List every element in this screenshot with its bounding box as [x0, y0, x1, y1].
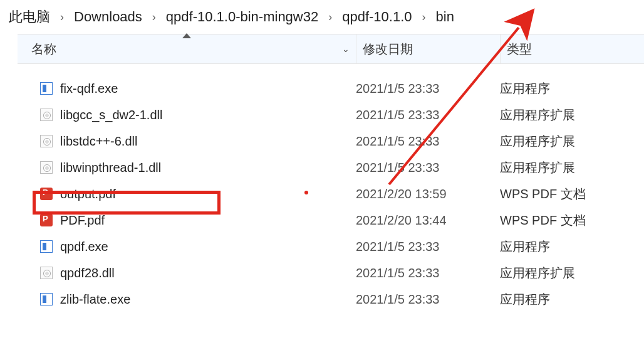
column-header-row: 名称 ⌄ 修改日期 类型 — [18, 34, 644, 64]
file-name-cell: output.pdf — [18, 187, 356, 201]
dll-icon — [40, 267, 53, 279]
file-date-cell: 2021/1/5 23:33 — [356, 82, 500, 96]
column-type-label: 类型 — [507, 41, 532, 58]
file-name-label: libwinpthread-1.dll — [60, 161, 161, 175]
file-name-cell: libgcc_s_dw2-1.dll — [18, 108, 356, 122]
dll-icon — [40, 161, 53, 174]
file-row[interactable]: qpdf28.dll2021/1/5 23:33应用程序扩展 — [18, 260, 644, 286]
file-row[interactable]: fix-qdf.exe2021/1/5 23:33应用程序 — [18, 75, 644, 102]
crumb-bin[interactable]: bin — [432, 8, 458, 26]
dll-icon — [40, 135, 53, 147]
exe-icon — [40, 82, 53, 95]
crumb-downloads[interactable]: Downloads — [70, 8, 146, 26]
dll-icon — [40, 109, 53, 121]
file-name-cell: fix-qdf.exe — [18, 82, 356, 96]
column-date-label: 修改日期 — [363, 41, 413, 58]
crumb-this-pc[interactable]: 此电脑 — [5, 6, 54, 28]
file-name-cell: libstdc++-6.dll — [18, 134, 356, 149]
chevron-right-icon: › — [150, 11, 158, 24]
pdf-icon — [40, 188, 53, 200]
file-name-label: PDF.pdf — [60, 213, 105, 228]
file-name-cell: qpdf28.dll — [18, 266, 356, 280]
file-name-cell: qpdf.exe — [18, 240, 356, 254]
file-type-cell: WPS PDF 文档 — [500, 186, 644, 203]
file-name-label: output.pdf — [60, 187, 116, 201]
crumb-qpdf-bin[interactable]: qpdf-10.1.0-bin-mingw32 — [162, 8, 322, 26]
file-name-label: libstdc++-6.dll — [60, 134, 137, 149]
crumb-qpdf[interactable]: qpdf-10.1.0 — [338, 8, 415, 26]
file-list: fix-qdf.exe2021/1/5 23:33应用程序libgcc_s_dw… — [18, 64, 644, 312]
exe-icon — [40, 240, 53, 253]
exe-icon — [40, 293, 53, 305]
file-date-cell: 2021/1/5 23:33 — [356, 292, 500, 307]
sort-ascending-icon — [182, 33, 191, 38]
pdf-icon — [40, 214, 53, 226]
file-type-cell: 应用程序扩展 — [500, 107, 644, 124]
file-name-label: qpdf.exe — [60, 240, 108, 254]
file-row[interactable]: zlib-flate.exe2021/1/5 23:33应用程序 — [18, 286, 644, 312]
breadcrumb: 此电脑 › Downloads › qpdf-10.1.0-bin-mingw3… — [0, 0, 644, 34]
file-type-cell: 应用程序 — [500, 80, 644, 97]
file-date-cell: 2021/2/20 13:59 — [356, 187, 500, 201]
file-name-label: libgcc_s_dw2-1.dll — [60, 108, 162, 122]
file-type-cell: 应用程序 — [500, 291, 644, 308]
file-name-cell: PDF.pdf — [18, 213, 356, 228]
file-row[interactable]: output.pdf2021/2/20 13:59WPS PDF 文档 — [18, 181, 644, 207]
file-date-cell: 2021/1/5 23:33 — [356, 161, 500, 175]
file-row[interactable]: libwinpthread-1.dll2021/1/5 23:33应用程序扩展 — [18, 154, 644, 181]
chevron-down-icon[interactable]: ⌄ — [342, 44, 350, 54]
file-name-cell: libwinpthread-1.dll — [18, 161, 356, 175]
file-type-cell: 应用程序扩展 — [500, 265, 644, 282]
file-row[interactable]: qpdf.exe2021/1/5 23:33应用程序 — [18, 233, 644, 260]
column-header-type[interactable]: 类型 — [500, 35, 644, 63]
file-name-label: qpdf28.dll — [60, 266, 115, 280]
file-date-cell: 2021/1/5 23:33 — [356, 108, 500, 122]
file-row[interactable]: PDF.pdf2021/2/20 13:44WPS PDF 文档 — [18, 207, 644, 233]
file-date-cell: 2021/1/5 23:33 — [356, 266, 500, 280]
file-type-cell: 应用程序扩展 — [500, 159, 644, 176]
file-date-cell: 2021/1/5 23:33 — [356, 240, 500, 254]
file-name-label: zlib-flate.exe — [60, 292, 130, 307]
column-header-date[interactable]: 修改日期 — [356, 35, 500, 63]
file-date-cell: 2021/1/5 23:33 — [356, 134, 500, 149]
file-type-cell: WPS PDF 文档 — [500, 212, 644, 229]
file-row[interactable]: libgcc_s_dw2-1.dll2021/1/5 23:33应用程序扩展 — [18, 102, 644, 128]
chevron-right-icon: › — [58, 11, 66, 24]
chevron-right-icon: › — [420, 11, 428, 24]
file-type-cell: 应用程序 — [500, 238, 644, 255]
chevron-right-icon: › — [326, 11, 335, 24]
file-row[interactable]: libstdc++-6.dll2021/1/5 23:33应用程序扩展 — [18, 128, 644, 154]
file-name-label: fix-qdf.exe — [60, 82, 118, 96]
file-type-cell: 应用程序扩展 — [500, 133, 644, 150]
column-header-name[interactable]: 名称 ⌄ — [18, 35, 356, 63]
file-date-cell: 2021/2/20 13:44 — [356, 213, 500, 228]
column-name-label: 名称 — [31, 41, 56, 58]
file-name-cell: zlib-flate.exe — [18, 292, 356, 307]
